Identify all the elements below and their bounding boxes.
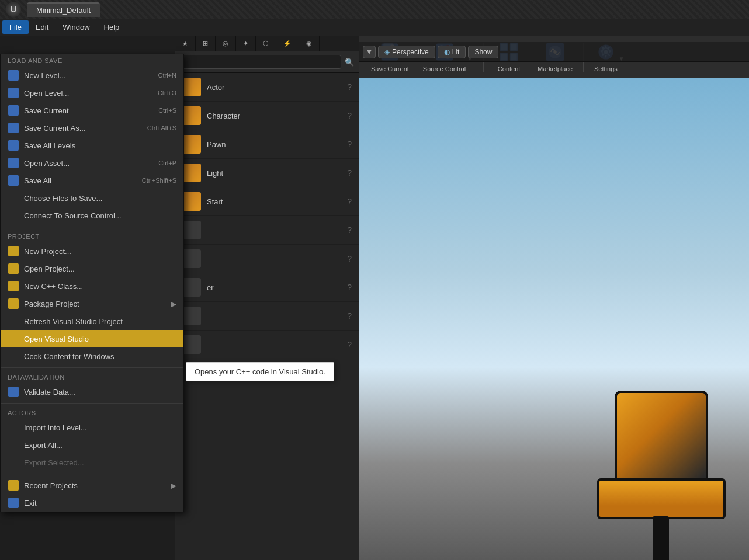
menu-save-current-as[interactable]: Save Current As... Ctrl+Alt+S [1,119,183,137]
menu-import-level[interactable]: Import Into Level... [1,419,183,436]
place-tab-lights[interactable]: ◎ [216,36,236,51]
place-search-icon[interactable]: 🔍 [345,58,354,67]
er-name: er [207,283,347,292]
place-tab-all[interactable]: ⚡ [276,36,299,51]
list-item-6[interactable]: ? [175,216,359,245]
perspective-label: Perspective [392,48,429,56]
menu-file[interactable]: File [2,20,29,34]
save-as-icon [8,122,19,134]
light-help-icon[interactable]: ? [347,168,352,178]
actor-icon [182,78,201,96]
refresh-vs-icon [8,315,19,327]
menu-export-all[interactable]: Export All... [1,436,183,454]
menu-exit[interactable]: Exit [1,494,183,512]
item9-help-icon[interactable]: ? [347,311,352,321]
menu-new-level[interactable]: New Level... Ctrl+N [1,67,183,84]
start-icon [182,192,201,211]
er-help-icon[interactable]: ? [347,283,352,292]
menu-recent-projects[interactable]: Recent Projects ▶ [1,476,183,494]
export-all-icon [8,439,19,451]
divider-4 [1,474,183,474]
place-tab-geometry[interactable]: ⊞ [196,36,216,51]
export-selected-icon [8,457,19,468]
light-icon [182,164,201,182]
menu-cook-content[interactable]: Cook Content for Windows [1,347,183,365]
list-item-7[interactable]: ? [175,245,359,273]
list-item-9[interactable]: ? [175,302,359,331]
menu-package-project[interactable]: Package Project ▶ [1,295,183,312]
menu-save-all-levels[interactable]: Save All Levels [1,137,183,154]
menu-connect-source[interactable]: Connect To Source Control... [1,207,183,224]
list-item-light[interactable]: Light ? [175,159,359,187]
menu-window[interactable]: Window [56,20,96,34]
perspective-button[interactable]: ◈ Perspective [378,46,435,58]
list-item-pawn[interactable]: Pawn ? [175,130,359,159]
item10-icon [182,335,201,354]
open-project-icon [8,263,19,274]
item10-help-icon[interactable]: ? [347,340,352,349]
open-asset-icon [8,157,19,169]
place-tab-favorites[interactable]: ★ [175,36,196,51]
item9-icon [182,307,201,325]
lit-icon: ◐ [444,48,450,56]
place-tab-extra[interactable]: ◉ [299,36,320,51]
item7-help-icon[interactable]: ? [347,254,352,263]
er-icon [182,278,201,297]
item6-help-icon[interactable]: ? [347,225,352,235]
menu-validate-data[interactable]: Validate Data... [1,383,183,401]
save-all-levels-icon [8,140,19,151]
pawn-icon [182,135,201,154]
list-item-start[interactable]: Start ? [175,187,359,216]
menu-new-cpp-class[interactable]: New C++ Class... [1,277,183,295]
menu-open-project[interactable]: Open Project... [1,260,183,277]
menu-open-level[interactable]: Open Level... Ctrl+O [1,84,183,102]
pawn-help-icon[interactable]: ? [347,140,352,149]
place-search-bar: 🔍 [175,51,359,73]
menu-open-vs[interactable]: Open Visual Studio [1,330,183,347]
actor-help-icon[interactable]: ? [347,82,352,92]
show-button[interactable]: Show [468,46,498,58]
menu-open-asset[interactable]: Open Asset... Ctrl+P [1,154,183,172]
new-cpp-icon [8,280,19,292]
menu-edit[interactable]: Edit [29,20,56,34]
tooltip: Opens your C++ code in Visual Studio. [186,362,334,381]
menu-help[interactable]: Help [97,20,127,34]
menu-save-current[interactable]: Save Current Ctrl+S [1,102,183,119]
divider-3 [1,403,183,404]
actor-name: Actor [207,83,347,92]
new-project-icon [8,245,19,257]
place-search-input[interactable] [180,55,341,69]
place-tab-volumes[interactable]: ⬡ [256,36,276,51]
section-actors: Actors [1,406,183,419]
app-body: ★ ⊞ ◎ ✦ ⬡ ⚡ ◉ 🔍 Actor ? Character ? [0,36,749,560]
list-item-character[interactable]: Character ? [175,102,359,130]
lit-button[interactable]: ◐ Lit [438,46,466,58]
recent-projects-icon [8,479,19,491]
new-level-icon [8,69,19,81]
list-item-10[interactable]: ? [175,331,359,359]
menu-new-project[interactable]: New Project... [1,242,183,260]
start-help-icon[interactable]: ? [347,197,352,206]
project-tab[interactable]: Minimal_Default [27,2,100,17]
list-item-er[interactable]: er ? [175,273,359,302]
place-tab-visual[interactable]: ✦ [236,36,256,51]
package-project-icon [8,298,19,309]
menu-refresh-vs[interactable]: Refresh Visual Studio Project [1,312,183,330]
viewport-toolbar: ▼ ◈ Perspective ◐ Lit Show [359,42,749,62]
open-level-icon [8,87,19,99]
section-datavalidation: DataValidation [1,370,183,383]
menu-bar: File Edit Window Help [0,19,749,36]
viewport-dropdown-button[interactable]: ▼ [363,46,376,58]
character-help-icon[interactable]: ? [347,111,352,120]
menu-choose-files[interactable]: Choose Files to Save... [1,189,183,207]
divider-2 [1,367,183,368]
light-name: Light [207,169,347,178]
item7-icon [182,249,201,268]
menu-save-all[interactable]: Save All Ctrl+Shift+S [1,172,183,189]
save-icon [8,105,19,116]
choose-files-icon [8,192,19,204]
pawn-name: Pawn [207,140,347,149]
section-project: Project [1,229,183,242]
list-item-actor[interactable]: Actor ? [175,73,359,102]
place-mode-panel: ★ ⊞ ◎ ✦ ⬡ ⚡ ◉ 🔍 Actor ? Character ? [175,36,359,560]
